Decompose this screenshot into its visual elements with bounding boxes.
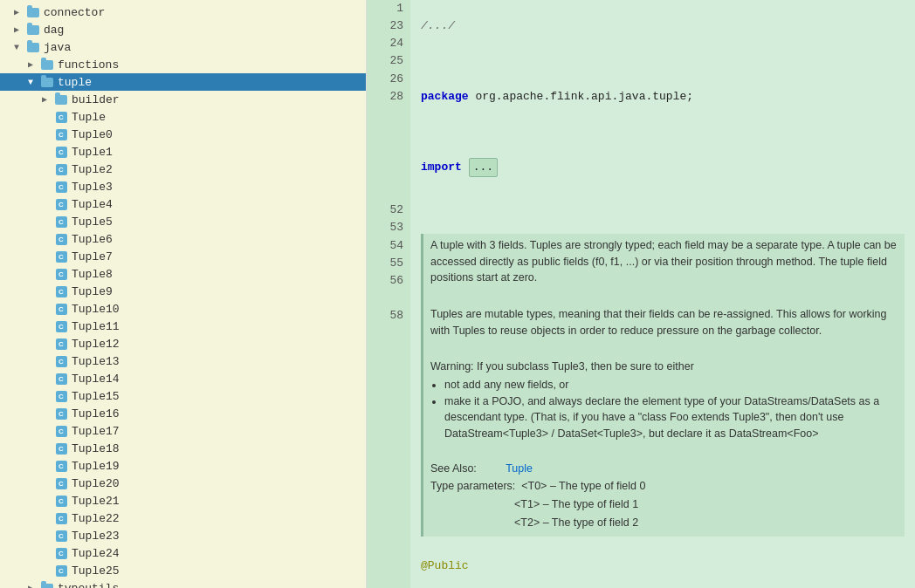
tree-label: Tuple5: [72, 215, 113, 229]
tree-item-Tuple[interactable]: CTuple: [0, 108, 366, 126]
tree-item-java[interactable]: ▼ java: [0, 38, 366, 56]
class-icon: C: [54, 459, 68, 473]
tree-item-Tuple18[interactable]: CTuple18: [0, 440, 366, 457]
tree-label: Tuple2: [72, 163, 113, 176]
class-icon: C: [54, 337, 68, 351]
class-icon: C: [54, 476, 68, 490]
tree-label: Tuple17: [72, 425, 120, 438]
tree-item-Tuple0[interactable]: CTuple0: [0, 126, 366, 143]
class-icon: C: [54, 267, 68, 281]
tree-item-Tuple5[interactable]: CTuple5: [0, 213, 366, 230]
tree-label: Tuple19: [72, 460, 120, 473]
tree-item-Tuple10[interactable]: CTuple10: [0, 300, 366, 318]
tree-item-Tuple22[interactable]: CTuple22: [0, 509, 366, 527]
tree-label: Tuple21: [72, 495, 120, 508]
code-line: import ...: [421, 158, 905, 177]
tree-label: tuple: [58, 76, 92, 89]
line-num: [374, 325, 403, 342]
file-tree[interactable]: ▶ connector▶ dag▼ java▶ functions▼ tuple…: [0, 0, 367, 588]
line-num: [374, 290, 403, 307]
line-num: 23: [374, 17, 403, 35]
tree-label: Tuple15: [72, 390, 120, 403]
tree-arrow: ▶: [28, 583, 40, 588]
tree-item-Tuple15[interactable]: CTuple15: [0, 387, 366, 405]
tree-item-builder[interactable]: ▶ builder: [0, 91, 366, 108]
class-icon: C: [54, 232, 68, 246]
bullet-item: not add any new fields, or: [444, 377, 898, 393]
tree-arrow: ▼: [28, 78, 40, 87]
tree-item-tuple[interactable]: ▼ tuple: [0, 73, 366, 91]
tree-item-typeutils[interactable]: ▶ typeutils: [0, 579, 366, 588]
tree-label: Tuple: [72, 111, 106, 124]
class-icon: C: [54, 511, 68, 525]
tree-label: functions: [58, 58, 119, 72]
tree-label: Tuple14: [72, 373, 120, 386]
class-icon: C: [54, 372, 68, 386]
tree-item-Tuple6[interactable]: CTuple6: [0, 230, 366, 248]
tree-item-Tuple21[interactable]: CTuple21: [0, 492, 366, 509]
tree-item-Tuple8[interactable]: CTuple8: [0, 265, 366, 283]
tree-item-functions[interactable]: ▶ functions: [0, 56, 366, 73]
tree-label: dag: [44, 24, 64, 37]
folder-icon: [26, 23, 40, 37]
code-panel: 1 23 24 25 26 28 52 53 54 55 56 58 /.../…: [367, 0, 915, 588]
line-num: 24: [374, 35, 403, 52]
bullet-item: make it a POJO, and always declare the e…: [444, 393, 898, 442]
tree-arrow: ▶: [42, 94, 54, 105]
tree-item-Tuple20[interactable]: CTuple20: [0, 475, 366, 492]
tree-item-Tuple7[interactable]: CTuple7: [0, 248, 366, 265]
line-num: 52: [374, 202, 403, 219]
tree-item-dag[interactable]: ▶ dag: [0, 21, 366, 38]
class-icon: C: [54, 284, 68, 298]
tree-item-Tuple16[interactable]: CTuple16: [0, 405, 366, 422]
tree-item-Tuple25[interactable]: CTuple25: [0, 562, 366, 579]
tree-label: Tuple20: [72, 477, 120, 490]
tree-label: Tuple10: [72, 303, 120, 316]
tree-item-Tuple19[interactable]: CTuple19: [0, 457, 366, 475]
line-num: [374, 106, 403, 202]
class-icon: C: [54, 564, 68, 578]
class-icon: C: [54, 302, 68, 316]
folder-icon: [26, 40, 40, 54]
line-num: 58: [374, 307, 403, 325]
class-icon: C: [54, 354, 68, 368]
class-icon: C: [54, 145, 68, 159]
tree-item-Tuple1[interactable]: CTuple1: [0, 143, 366, 161]
tree-item-Tuple2[interactable]: CTuple2: [0, 161, 366, 178]
tree-item-Tuple4[interactable]: CTuple4: [0, 195, 366, 213]
tree-label: Tuple22: [72, 512, 120, 525]
tree-label: Tuple16: [72, 407, 120, 420]
tree-item-Tuple9[interactable]: CTuple9: [0, 283, 366, 300]
tree-item-Tuple14[interactable]: CTuple14: [0, 370, 366, 387]
tree-item-Tuple24[interactable]: CTuple24: [0, 544, 366, 562]
code-content: /.../ package org.apache.flink.api.java.…: [410, 0, 915, 588]
class-icon: C: [54, 162, 68, 176]
code-line: @Public: [421, 557, 905, 575]
code-line: /.../: [421, 17, 905, 35]
class-icon: C: [54, 215, 68, 229]
code-line: [421, 52, 905, 70]
tree-item-connector[interactable]: ▶ connector: [0, 3, 366, 21]
line-num: 26: [374, 71, 403, 88]
tree-item-Tuple12[interactable]: CTuple12: [0, 335, 366, 352]
tree-arrow: ▶: [14, 24, 26, 35]
tree-label: Tuple9: [72, 285, 113, 298]
tree-item-Tuple11[interactable]: CTuple11: [0, 318, 366, 335]
tree-item-Tuple17[interactable]: CTuple17: [0, 422, 366, 440]
tree-item-Tuple23[interactable]: CTuple23: [0, 527, 366, 544]
line-num: 1: [374, 0, 403, 17]
tree-label: Tuple18: [72, 442, 120, 455]
line-num: 25: [374, 52, 403, 70]
tree-item-Tuple13[interactable]: CTuple13: [0, 352, 366, 370]
tree-label: Tuple4: [72, 198, 113, 211]
tree-label: builder: [72, 93, 120, 106]
tree-arrow: ▶: [14, 7, 26, 17]
tree-label: Tuple8: [72, 268, 113, 281]
tree-label: connector: [44, 6, 105, 19]
tree-label: Tuple13: [72, 355, 120, 368]
tree-arrow: ▼: [14, 43, 26, 52]
tree-label: Tuple7: [72, 250, 113, 263]
folder-icon: [40, 58, 54, 72]
class-icon: C: [54, 197, 68, 211]
tree-item-Tuple3[interactable]: CTuple3: [0, 178, 366, 195]
